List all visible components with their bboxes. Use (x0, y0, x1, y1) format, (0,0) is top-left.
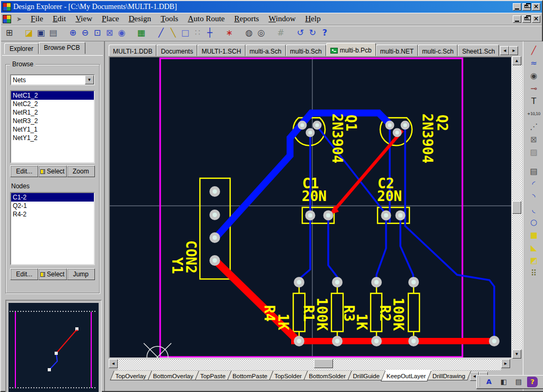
route-track-icon[interactable]: ╱ (155, 27, 167, 39)
menu-reports[interactable]: Reports (230, 13, 264, 24)
doc-tabs-scroll-right-icon[interactable]: ► (509, 46, 518, 55)
menu-file[interactable]: File (26, 13, 48, 24)
place-dimension-icon[interactable]: ⋰ (527, 121, 541, 134)
place-room-icon[interactable]: ⊠ (527, 134, 541, 146)
zoom-document-icon[interactable]: ⊡ (91, 27, 103, 39)
layer-tab-bottomoverlay[interactable]: BottomOverlay (148, 371, 199, 380)
layer-tab-topsolder[interactable]: TopSolder (269, 371, 308, 380)
combobox-dropdown-icon[interactable]: ▼ (85, 75, 94, 84)
redo-icon[interactable]: ↻ (306, 27, 319, 39)
layer-tab-drilldrawing[interactable]: DrillDrawing (427, 371, 471, 380)
undo-icon[interactable]: ↺ (294, 27, 306, 39)
restore-button[interactable] (522, 3, 531, 11)
place-segment-icon[interactable]: ≈ (527, 57, 541, 70)
doc-tab-multi-1-sch[interactable]: MULTI-1.SCH (197, 45, 245, 56)
child-restore-button[interactable] (522, 15, 531, 23)
layer-tab-topoverlay[interactable]: TopOverlay (110, 371, 152, 380)
layer-tab-keepoutlayer[interactable]: KeepOutLayer (381, 371, 432, 381)
net-item-netr1-2[interactable]: NetR1_2 (11, 108, 94, 117)
place-track-icon[interactable]: ╱ (527, 45, 541, 57)
vertical-scrollbar[interactable]: ▲ ▼ (512, 56, 522, 359)
help-book-icon[interactable]: ? (527, 377, 538, 387)
place-component-icon[interactable]: ▤ (527, 165, 541, 178)
net-item-netc2-2[interactable]: NetC2_2 (11, 100, 94, 108)
layer-tab-drillguide[interactable]: DrillGuide (347, 371, 386, 380)
node-item-q2-1[interactable]: Q2-1 (11, 202, 94, 210)
nets-select-button[interactable]: Select (38, 165, 66, 177)
full-circle-icon[interactable]: ○ (527, 216, 541, 229)
nets-zoom-button[interactable]: Zoom (67, 165, 95, 177)
polygon-plane-icon[interactable]: ◣ (527, 242, 541, 255)
panel-tab-browse-pcb[interactable]: Browse PCB (39, 42, 85, 54)
wizard-icon[interactable]: ∗ (223, 27, 235, 39)
menu-window[interactable]: Window (264, 13, 300, 24)
zoom-point-icon[interactable]: ◉ (116, 27, 128, 39)
place-via-icon[interactable]: ⊸ (527, 83, 541, 95)
minimize-button[interactable] (513, 3, 521, 11)
pcb-canvas[interactable]: Q1 2N3904 Q2 2N3904 C1 20N C2 20N Y1 CON… (109, 56, 512, 359)
menu-edit[interactable]: Edit (48, 13, 71, 24)
save-icon[interactable]: ▣ (35, 27, 47, 39)
deselect-icon[interactable]: ∷ (191, 27, 204, 39)
print-icon[interactable]: ▤ (47, 27, 59, 39)
doc-tab-multi-b-net[interactable]: multi-b.NET (376, 45, 418, 56)
value-r2[interactable]: 100K (390, 298, 406, 331)
designator-y1[interactable]: Y1 (169, 257, 185, 274)
select-area-icon[interactable]: □ (179, 27, 191, 39)
menu-tools[interactable]: Tools (156, 13, 183, 24)
layer-tab-bottomsolder[interactable]: BottomSolder (303, 371, 352, 380)
place-pad-icon[interactable]: ◉ (527, 70, 541, 83)
value-q2[interactable]: 2N3904 (419, 114, 435, 163)
node-item-r4-2[interactable]: R4-2 (11, 210, 94, 219)
zoom-area-icon[interactable]: ⊠ (103, 27, 116, 39)
doc-tab-multi-b-sch[interactable]: multi-b.Sch (286, 45, 326, 56)
browse-mode-combobox[interactable]: Nets ▼ (10, 74, 95, 85)
horizontal-scroll-thumb[interactable] (314, 359, 333, 368)
doc-tab-multi-1-ddb[interactable]: MULTI-1.DDB (109, 45, 156, 56)
menu-auto-route[interactable]: Auto Route (183, 13, 230, 24)
value-r3[interactable]: 1K (354, 313, 370, 330)
nodes-edit-button[interactable]: Edit... (10, 268, 38, 280)
doc-tab-sheet1-sch[interactable]: Sheet1.Sch (458, 45, 499, 56)
scroll-up-icon[interactable]: ▲ (512, 56, 521, 65)
cross-probe-icon[interactable]: ▦ (135, 27, 147, 39)
move-icon[interactable]: ┼ (204, 27, 216, 39)
help-icon[interactable]: ? (319, 27, 331, 39)
split-plane-icon[interactable]: ◩ (527, 255, 541, 267)
nodes-jump-button[interactable]: Jump (67, 268, 95, 280)
horizontal-scrollbar[interactable]: ◄ ► (109, 359, 510, 370)
designator-r4[interactable]: R4 (261, 305, 277, 321)
close-button[interactable]: × (532, 3, 540, 11)
layer-tab-bottompaste[interactable]: BottomPaste (227, 371, 274, 380)
net-item-nety1-1[interactable]: NetY1_1 (11, 125, 94, 134)
place-coordinate-icon[interactable]: +10,10 (527, 108, 541, 121)
arc-angle-icon[interactable]: ◟ (527, 204, 541, 216)
child-minimize-button[interactable] (513, 15, 521, 23)
panel-tab-explorer[interactable]: Explorer (4, 43, 39, 54)
menu-place[interactable]: Place (97, 13, 124, 24)
menu-help[interactable]: Help (301, 13, 326, 24)
net-item-netc1-2[interactable]: NetC1_2 (11, 91, 94, 100)
place-hatch-fill-icon[interactable]: ▨ (527, 146, 541, 159)
arc-edge-icon[interactable]: ◜ (527, 178, 541, 191)
pad-array-icon[interactable]: ⠿ (527, 267, 541, 280)
vertical-scroll-thumb[interactable] (512, 201, 521, 214)
doc-tab-multi-c-sch[interactable]: multi-c.Sch (418, 45, 458, 56)
child-close-button[interactable]: × (532, 15, 540, 23)
zoom-out-icon[interactable]: ⊖ (79, 27, 91, 39)
place-string-icon[interactable]: T (527, 95, 541, 108)
value-c1[interactable]: 20N (302, 188, 327, 204)
arc-center-icon[interactable]: ◝ (527, 191, 541, 204)
view-3d-icon[interactable]: ◍ (243, 27, 255, 39)
grid-icon[interactable]: # (275, 27, 287, 39)
value-r1[interactable]: 100K (314, 298, 330, 331)
layer-tab-toppaste[interactable]: TopPaste (195, 371, 232, 380)
keyboard-icon[interactable]: ▤ (512, 377, 525, 387)
scroll-down-icon[interactable]: ▼ (512, 350, 521, 359)
value-y1[interactable]: CON2 (183, 240, 199, 274)
scroll-right-icon[interactable]: ► (501, 359, 510, 368)
open-document-icon[interactable]: ◪ (23, 27, 35, 39)
component-r2-outline[interactable] (408, 293, 419, 332)
value-r4[interactable]: 1K (275, 313, 291, 330)
node-item-c1-2[interactable]: C1-2 (11, 193, 94, 202)
